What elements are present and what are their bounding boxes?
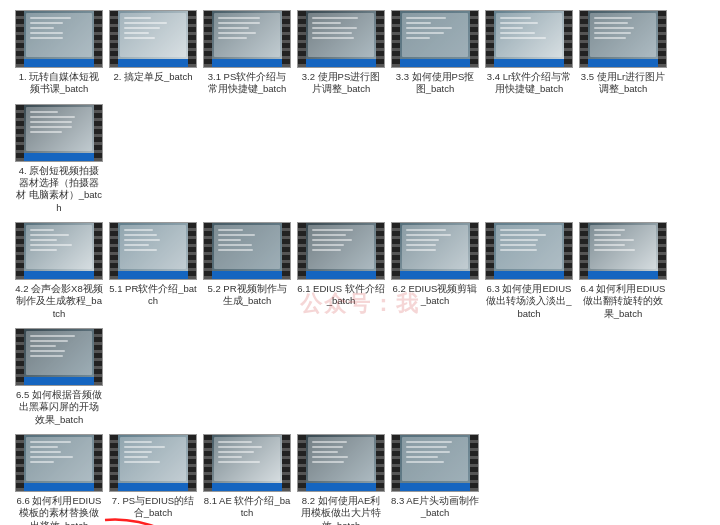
text-line-sim	[30, 121, 72, 123]
text-line-sim	[124, 244, 149, 246]
video-thumbnail	[203, 10, 291, 68]
list-item[interactable]: 3.3 如何使用PS抠图_batch	[391, 10, 479, 96]
video-caption: 3.3 如何使用PS抠图_batch	[391, 71, 479, 96]
list-item[interactable]: 5.1 PR软件介绍_batch	[109, 222, 197, 320]
list-item[interactable]: 3.1 PS软件介绍与常用快捷键_batch	[203, 10, 291, 96]
screen-simulation	[24, 223, 94, 279]
text-line-sim	[30, 234, 69, 236]
video-thumbnail	[15, 434, 103, 492]
screen-simulation	[306, 223, 376, 279]
row-1: 1. 玩转自媒体短视频书课_batch2. 搞定单反_batch3.1 PS软件…	[15, 10, 705, 214]
list-item[interactable]: 6.3 如何使用EDIUS做出转场淡入淡出_batch	[485, 222, 573, 320]
screen-simulation	[24, 329, 94, 385]
list-item[interactable]: 6.5 如何根据音频做出黑幕闪屏的开场效果_batch	[15, 328, 103, 426]
content-area-sim	[214, 225, 280, 269]
video-thumbnail	[297, 10, 385, 68]
text-line-sim	[406, 22, 431, 24]
text-line-sim	[312, 234, 346, 236]
text-line-sim	[594, 234, 621, 236]
list-item[interactable]: 6.6 如何利用EDIUS模板的素材替换做出将效_batch	[15, 434, 103, 525]
text-line-sim	[124, 22, 167, 24]
taskbar-sim	[400, 271, 470, 279]
text-lines-sim	[500, 229, 558, 257]
list-item[interactable]: 8.3 AE片头动画制作_batch	[391, 434, 479, 525]
video-thumbnail	[391, 434, 479, 492]
screen-simulation	[24, 11, 94, 67]
list-item[interactable]: 2. 搞定单反_batch	[109, 10, 197, 96]
video-caption: 8.3 AE片头动画制作_batch	[391, 495, 479, 520]
text-lines-sim	[312, 17, 370, 45]
list-item[interactable]: 4. 原创短视频拍摄器材选择（拍摄器材 电脑素材）_batch	[15, 104, 103, 214]
list-item[interactable]: 4.2 会声会影X8视频制作及生成教程_batch	[15, 222, 103, 320]
text-line-sim	[312, 22, 341, 24]
text-line-sim	[312, 441, 347, 443]
text-line-sim	[124, 32, 149, 34]
text-line-sim	[406, 441, 452, 443]
text-line-sim	[30, 335, 75, 337]
screen-simulation	[588, 11, 658, 67]
thumbnail-inner	[306, 435, 376, 491]
text-line-sim	[312, 37, 354, 39]
list-item[interactable]: 8.2 如何使用AE利用模板做出大片特效_batch	[297, 434, 385, 525]
text-line-sim	[30, 32, 63, 34]
list-item[interactable]: 1. 玩转自媒体短视频书课_batch	[15, 10, 103, 96]
taskbar-sim	[118, 59, 188, 67]
text-lines-sim	[218, 17, 276, 45]
taskbar-sim	[212, 483, 282, 491]
thumbnail-inner	[24, 435, 94, 491]
text-line-sim	[594, 27, 634, 29]
list-item[interactable]: 3.4 Lr软件介绍与常用快捷键_batch	[485, 10, 573, 96]
text-line-sim	[218, 32, 256, 34]
video-thumbnail	[15, 104, 103, 162]
text-lines-sim	[124, 17, 182, 45]
list-item[interactable]: 3.2 使用PS进行图片调整_batch	[297, 10, 385, 96]
video-thumbnail	[391, 10, 479, 68]
text-line-sim	[218, 244, 252, 246]
text-line-sim	[312, 244, 344, 246]
content-area-sim	[308, 225, 374, 269]
text-line-sim	[30, 17, 71, 19]
video-thumbnail	[109, 434, 197, 492]
list-item[interactable]: 5.2 PR视频制作与生成_batch	[203, 222, 291, 320]
text-line-sim	[312, 229, 353, 231]
text-line-sim	[406, 239, 439, 241]
text-line-sim	[124, 249, 157, 251]
thumbnail-inner	[306, 11, 376, 67]
list-item[interactable]: 6.2 EDIUS视频剪辑_batch	[391, 222, 479, 320]
text-line-sim	[218, 249, 253, 251]
text-line-sim	[30, 249, 57, 251]
text-line-sim	[30, 350, 65, 352]
screen-simulation	[400, 11, 470, 67]
taskbar-sim	[400, 59, 470, 67]
text-lines-sim	[594, 229, 652, 257]
thumbnail-inner	[494, 223, 564, 279]
content-area-sim	[26, 107, 92, 151]
text-line-sim	[218, 17, 260, 19]
list-item[interactable]: 6.4 如何利用EDIUS做出翻转旋转的效果_batch	[579, 222, 667, 320]
taskbar-sim	[212, 59, 282, 67]
text-line-sim	[594, 17, 632, 19]
text-line-sim	[124, 446, 165, 448]
list-item[interactable]: 6.1 EDIUS 软件介绍_batch	[297, 222, 385, 320]
video-caption: 5.2 PR视频制作与生成_batch	[203, 283, 291, 308]
thumbnail-inner	[24, 329, 94, 385]
taskbar-sim	[306, 59, 376, 67]
screen-simulation	[306, 11, 376, 67]
text-line-sim	[594, 22, 628, 24]
thumbnail-inner	[400, 223, 470, 279]
text-line-sim	[218, 446, 262, 448]
content-area-sim	[590, 225, 656, 269]
list-item[interactable]: 3.5 使用Lr进行图片调整_batch	[579, 10, 667, 96]
video-thumbnail	[485, 10, 573, 68]
text-lines-sim	[30, 335, 88, 363]
video-grid: 1. 玩转自媒体短视频书课_batch2. 搞定单反_batch3.1 PS软件…	[15, 10, 705, 525]
text-line-sim	[124, 239, 160, 241]
text-lines-sim	[30, 229, 88, 257]
video-caption: 6.1 EDIUS 软件介绍_batch	[297, 283, 385, 308]
video-caption: 1. 玩转自媒体短视频书课_batch	[15, 71, 103, 96]
text-line-sim	[406, 229, 446, 231]
screen-simulation	[306, 435, 376, 491]
text-line-sim	[218, 239, 241, 241]
screen-simulation	[212, 223, 282, 279]
text-line-sim	[30, 244, 72, 246]
